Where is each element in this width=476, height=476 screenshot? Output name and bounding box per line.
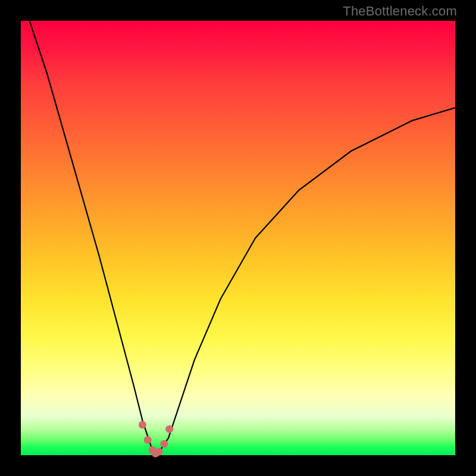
curve-marker [155,448,163,456]
bottleneck-curve [30,21,455,455]
curve-marker [144,436,152,444]
curve-marker [139,421,146,428]
curve-marker [165,425,173,433]
chart-frame: TheBottleneck.com [0,0,476,476]
plot-area [21,21,455,455]
curve-layer [21,21,455,455]
curve-marker [160,440,168,448]
watermark-text: TheBottleneck.com [343,4,457,19]
